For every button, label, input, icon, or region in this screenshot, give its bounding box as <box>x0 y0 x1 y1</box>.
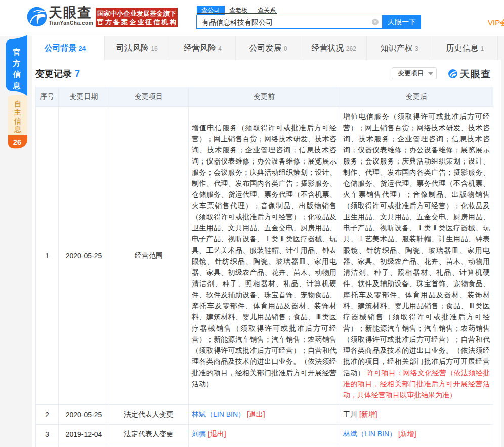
svg-text:方: 方 <box>13 59 21 67</box>
svg-text:26: 26 <box>13 138 22 146</box>
svg-text:主: 主 <box>14 108 21 116</box>
svg-text:信: 信 <box>14 117 21 125</box>
svg-text:息: 息 <box>14 125 22 133</box>
svg-text:自: 自 <box>14 100 21 108</box>
svg-text:天眼查: 天眼查 <box>459 69 491 79</box>
svg-text:息: 息 <box>13 81 21 90</box>
svg-text:信: 信 <box>13 70 21 78</box>
svg-text:官: 官 <box>13 48 21 56</box>
